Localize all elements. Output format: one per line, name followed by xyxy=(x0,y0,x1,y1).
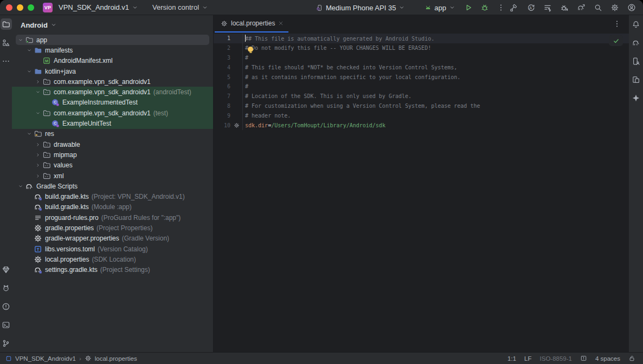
chevron-down-icon[interactable] xyxy=(16,184,25,189)
tree-row[interactable]: proguard-rules.pro(ProGuard Rules for ":… xyxy=(12,212,213,223)
breadcrumb-file[interactable]: local.properties xyxy=(95,355,137,362)
editor-options-button[interactable] xyxy=(610,17,623,30)
terminal-button[interactable] xyxy=(1,319,12,330)
tree-row[interactable]: gradle.properties(Project Properties) xyxy=(12,223,213,233)
tree-item-label: libs.versions.toml xyxy=(45,245,95,253)
account-button[interactable] xyxy=(623,1,640,14)
chevron-right-icon[interactable] xyxy=(34,152,42,158)
intention-bulb-icon[interactable] xyxy=(248,47,253,52)
running-devices-button[interactable] xyxy=(631,74,642,85)
code-line-text[interactable]: # xyxy=(243,83,248,89)
minimize-window-button[interactable] xyxy=(17,4,23,11)
chevron-down-icon[interactable] xyxy=(34,89,42,95)
chevron-right-icon[interactable] xyxy=(34,79,42,84)
tree-row[interactable]: Gradle Scripts xyxy=(12,181,213,191)
line-ending-widget[interactable]: LF xyxy=(524,355,531,362)
tree-row[interactable]: settings.gradle.kts(Project Settings) xyxy=(12,265,213,275)
resource-manager-button[interactable] xyxy=(1,37,12,48)
indent-widget[interactable]: 4 spaces xyxy=(595,355,620,362)
inspection-status-widget[interactable] xyxy=(609,35,623,46)
breadcrumb-project[interactable]: VPN_SDK_Androidv1 xyxy=(15,355,76,362)
tree-row[interactable]: build.gradle.kts(Module :app) xyxy=(12,202,213,212)
apply-code-changes-button[interactable]: A xyxy=(522,1,539,14)
chevron-right-icon[interactable] xyxy=(34,162,42,168)
chevron-down-icon[interactable] xyxy=(25,69,34,74)
chevron-down-icon[interactable] xyxy=(25,48,34,53)
tab-local-properties[interactable]: local.properties xyxy=(215,15,288,32)
device-manager-button[interactable] xyxy=(631,55,642,67)
code-line-text[interactable]: # Do not modify this file -- YOUR CHANGE… xyxy=(243,45,431,51)
tree-row[interactable]: com.example.vpn_sdk_androidv1(test) xyxy=(12,108,213,118)
tree-row[interactable]: mipmap xyxy=(12,150,213,160)
code-line-text[interactable]: # Location of the SDK. This is only used… xyxy=(243,93,411,99)
code-line-text[interactable]: # as it contains information specific to… xyxy=(243,74,460,80)
tree-row[interactable]: Tlibs.versions.toml(Version Catalog) xyxy=(12,244,213,254)
code-line-text[interactable]: # header note. xyxy=(243,113,291,119)
app-insights-icon xyxy=(2,265,10,274)
tree-row[interactable]: com.example.vpn_sdk_androidv1(androidTes… xyxy=(12,87,213,97)
tree-row[interactable]: MAndroidManifest.xml xyxy=(12,56,213,66)
maximize-window-button[interactable] xyxy=(28,4,34,11)
gradle-button[interactable] xyxy=(631,37,642,48)
code-segment: # xyxy=(245,83,248,89)
gemini-button[interactable] xyxy=(631,92,642,103)
tree-row[interactable]: gradle-wrapper.properties(Gradle Version… xyxy=(12,233,213,244)
chevron-right-icon[interactable] xyxy=(34,142,42,147)
gradle-sync-button[interactable] xyxy=(573,1,589,14)
chevron-down-icon[interactable] xyxy=(34,110,42,116)
code-line-text[interactable]: # This file should *NOT* be checked into… xyxy=(243,64,457,70)
more-tools-button[interactable] xyxy=(1,55,12,67)
chevron-right-icon[interactable] xyxy=(34,173,42,179)
code-line-text[interactable]: # xyxy=(243,55,248,61)
code-line-text[interactable]: # For customization when using a Version… xyxy=(243,103,480,109)
tree-row[interactable]: app xyxy=(12,35,213,45)
tree-row[interactable]: drawable xyxy=(12,139,213,150)
close-tab-icon[interactable] xyxy=(278,21,284,26)
chevron-down-icon[interactable] xyxy=(16,37,25,43)
tree-row[interactable]: res xyxy=(12,129,213,139)
logcat-button[interactable] xyxy=(1,282,12,294)
unlock-icon[interactable] xyxy=(628,355,635,362)
run-config-selector[interactable]: app xyxy=(421,2,459,14)
run-button[interactable] xyxy=(461,1,475,14)
code-line-text[interactable]: sdk.dir=/Users/TomHoupt/Library/Android/… xyxy=(243,122,385,128)
folder-res-icon xyxy=(34,129,42,138)
notifications-button[interactable] xyxy=(631,18,642,30)
tree-row[interactable]: CExampleInstrumentedTest xyxy=(12,98,213,108)
caret-position-widget[interactable]: 1:1 xyxy=(507,355,516,362)
resource-manager-icon xyxy=(2,38,10,47)
settings-button[interactable] xyxy=(606,1,623,14)
exclamation-square-icon[interactable] xyxy=(580,355,587,362)
project-folder-button[interactable] xyxy=(1,18,12,30)
app-insights-button[interactable] xyxy=(1,264,12,275)
encoding-widget[interactable]: ISO-8859-1 xyxy=(540,355,572,362)
version-control-button[interactable] xyxy=(1,337,12,349)
profiler-button[interactable] xyxy=(539,1,556,14)
tree-row[interactable]: CExampleUnitTest xyxy=(12,118,213,128)
problems-icon xyxy=(2,302,10,311)
tree-row[interactable]: local.properties(SDK Location) xyxy=(12,254,213,264)
project-selector[interactable]: VPN_SDK_Android.v1 xyxy=(55,2,142,13)
tree-row[interactable]: com.example.vpn_sdk_androidv1 xyxy=(12,76,213,87)
tree-row[interactable]: build.gradle.kts(Project: VPN_SDK_Androi… xyxy=(12,191,213,202)
tree-row[interactable]: values xyxy=(12,160,213,171)
vcs-selector[interactable]: Version control xyxy=(149,2,212,13)
gear-icon xyxy=(85,355,92,362)
problems-button[interactable] xyxy=(1,301,12,312)
build-button[interactable] xyxy=(505,1,522,14)
attach-debugger-button[interactable] xyxy=(556,1,573,14)
tree-row[interactable]: manifests xyxy=(12,45,213,55)
left-tool-stripe xyxy=(0,15,12,352)
code-line: 3# xyxy=(214,53,629,63)
tree-row[interactable]: kotlin+java xyxy=(12,66,213,76)
chevron-down-icon[interactable] xyxy=(25,131,34,136)
search-everywhere-button[interactable] xyxy=(589,1,606,14)
debug-button[interactable] xyxy=(478,1,492,14)
device-selector[interactable]: Medium Phone API 35 xyxy=(312,2,409,14)
close-window-button[interactable] xyxy=(6,4,12,11)
tree-row[interactable]: xml xyxy=(12,171,213,181)
gear-icon[interactable] xyxy=(230,122,242,128)
project-view-selector[interactable]: Android xyxy=(18,20,59,30)
package-icon xyxy=(42,172,51,180)
code-line-text[interactable]: ## This file is automatically generated … xyxy=(243,35,434,42)
